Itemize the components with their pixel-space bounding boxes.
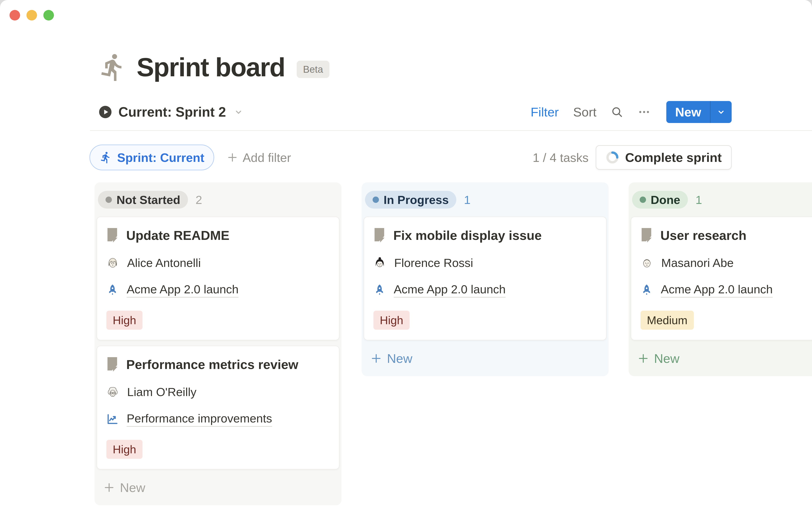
assignee-name: Liam O'Reilly xyxy=(127,385,197,399)
add-filter-button[interactable]: Add filter xyxy=(226,151,291,165)
column-status-label: Done xyxy=(651,193,680,207)
assignee-name: Florence Rossi xyxy=(394,256,473,270)
project-link[interactable]: Acme App 2.0 launch xyxy=(661,282,773,297)
page-icon xyxy=(106,357,118,373)
avatar-masanori xyxy=(641,257,653,269)
card-title-row: Performance metrics review xyxy=(106,357,330,373)
card-priority-row: Medium xyxy=(641,311,812,330)
column-status-label: In Progress xyxy=(384,193,449,207)
project-link[interactable]: Acme App 2.0 launch xyxy=(394,282,505,297)
column-header: In Progress 1 xyxy=(365,191,608,209)
column-cards: Fix mobile display issue Florence Rossi … xyxy=(364,217,606,340)
kanban-board: Not Started 2 Update README Alice Antone… xyxy=(95,182,812,505)
card-title: Update README xyxy=(126,228,229,243)
view-switcher[interactable]: Current: Sprint 2 xyxy=(99,104,243,120)
card-project-row: Acme App 2.0 launch xyxy=(373,282,597,297)
plus-icon xyxy=(226,152,238,163)
card-assignee-row: Alice Antonelli xyxy=(106,256,330,270)
board-column-in-progress: In Progress 1 Fix mobile display issue F… xyxy=(362,182,608,376)
column-count: 1 xyxy=(464,193,471,207)
search-icon[interactable] xyxy=(611,106,623,118)
new-button[interactable]: New xyxy=(666,101,710,123)
project-link[interactable]: Performance improvements xyxy=(127,411,272,427)
board-column-not-started: Not Started 2 Update README Alice Antone… xyxy=(95,182,341,505)
add-card-button[interactable]: New xyxy=(103,479,145,496)
toolbar-divider xyxy=(90,130,812,131)
card-priority-row: High xyxy=(106,440,330,459)
project-link[interactable]: Acme App 2.0 launch xyxy=(127,282,238,297)
runner-icon xyxy=(99,151,112,164)
zoom-button[interactable] xyxy=(43,10,54,20)
card-title-row: User research xyxy=(641,228,812,243)
card-title: Performance metrics review xyxy=(126,357,299,372)
view-label: Current: Sprint 2 xyxy=(118,104,226,120)
filter-button[interactable]: Filter xyxy=(531,105,559,119)
column-status-pill[interactable]: Done xyxy=(632,191,688,209)
card-assignee-row: Masanori Abe xyxy=(641,256,812,270)
status-dot-icon xyxy=(373,196,379,203)
column-status-pill[interactable]: Not Started xyxy=(98,191,188,209)
priority-tag: Medium xyxy=(641,311,694,330)
complete-sprint-button[interactable]: Complete sprint xyxy=(596,145,732,170)
filter-bar-left: Sprint: Current Add filter xyxy=(90,145,291,170)
column-header: Done 1 xyxy=(632,191,812,209)
column-cards: User research Masanori Abe Acme App 2.0 … xyxy=(631,217,812,340)
rocket-icon xyxy=(373,283,386,297)
sprint-filter-chip[interactable]: Sprint: Current xyxy=(90,145,214,170)
task-card[interactable]: Performance metrics review Liam O'Reilly… xyxy=(97,346,339,469)
assignee-name: Alice Antonelli xyxy=(127,256,201,270)
page-title: Sprint board xyxy=(137,52,285,82)
board-column-done: Done 1 User research Masanori Abe Acme A… xyxy=(629,182,812,376)
close-button[interactable] xyxy=(9,10,20,20)
column-cards: Update README Alice Antonelli Acme App 2… xyxy=(97,217,339,469)
filter-bar: Sprint: Current Add filter 1 / 4 tasks C… xyxy=(90,144,732,171)
priority-tag: High xyxy=(373,311,410,330)
page-icon xyxy=(373,228,385,243)
toolbar-actions: Filter Sort New xyxy=(531,101,732,123)
column-header: Not Started 2 xyxy=(98,191,341,209)
task-card[interactable]: Update README Alice Antonelli Acme App 2… xyxy=(97,217,339,340)
card-title-row: Update README xyxy=(106,228,330,243)
sprint-chip-label: Sprint: Current xyxy=(117,151,204,165)
column-status-label: Not Started xyxy=(116,193,180,207)
progress-ring-icon xyxy=(606,151,619,164)
window-controls xyxy=(9,10,54,20)
new-dropdown-button[interactable] xyxy=(710,101,732,123)
app-window: Sprint board Beta Current: Sprint 2 Filt… xyxy=(0,0,812,507)
complete-sprint-label: Complete sprint xyxy=(625,150,722,165)
card-title: Fix mobile display issue xyxy=(393,228,542,243)
filter-bar-right: 1 / 4 tasks Complete sprint xyxy=(533,145,732,170)
avatar-alice xyxy=(106,257,119,269)
plus-icon xyxy=(637,352,649,364)
beta-badge: Beta xyxy=(297,61,329,78)
play-circle-icon xyxy=(99,105,112,119)
add-card-button[interactable]: New xyxy=(637,350,680,367)
chart-line-icon xyxy=(106,412,119,426)
page-header: Sprint board Beta xyxy=(98,50,329,84)
card-assignee-row: Liam O'Reilly xyxy=(106,385,330,399)
plus-icon xyxy=(103,482,115,494)
add-filter-label: Add filter xyxy=(242,151,291,165)
rocket-icon xyxy=(106,283,119,297)
task-card[interactable]: Fix mobile display issue Florence Rossi … xyxy=(364,217,606,340)
tasks-summary: 1 / 4 tasks xyxy=(533,151,589,165)
runner-icon xyxy=(98,52,128,82)
add-card-button[interactable]: New xyxy=(370,350,412,367)
more-options-icon[interactable] xyxy=(638,106,651,119)
task-card[interactable]: User research Masanori Abe Acme App 2.0 … xyxy=(631,217,812,340)
avatar-florence xyxy=(373,257,386,269)
plus-icon xyxy=(370,352,382,364)
minimize-button[interactable] xyxy=(26,10,37,20)
status-dot-icon xyxy=(640,196,646,203)
column-status-pill[interactable]: In Progress xyxy=(365,191,456,209)
card-project-row: Acme App 2.0 launch xyxy=(641,282,812,297)
card-title: User research xyxy=(660,228,747,243)
sort-button[interactable]: Sort xyxy=(573,105,597,119)
chevron-down-icon xyxy=(233,107,243,117)
card-priority-row: High xyxy=(373,311,597,330)
avatar-liam xyxy=(106,386,119,398)
chevron-down-icon xyxy=(716,107,726,117)
priority-tag: High xyxy=(106,440,143,459)
card-project-row: Performance improvements xyxy=(106,411,330,427)
add-card-label: New xyxy=(387,351,412,366)
